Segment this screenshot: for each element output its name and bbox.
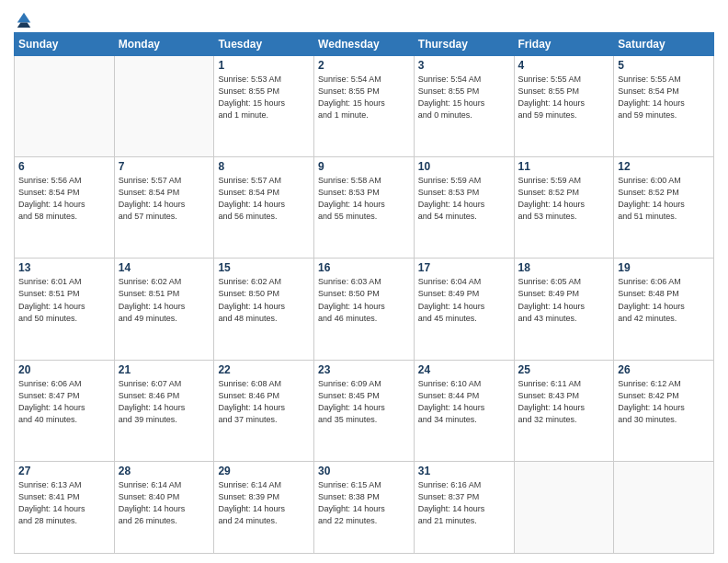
day-detail: Sunrise: 6:06 AM Sunset: 8:47 PM Dayligh… bbox=[18, 378, 110, 426]
calendar-cell: 27Sunrise: 6:13 AM Sunset: 8:41 PM Dayli… bbox=[15, 461, 115, 553]
day-number: 10 bbox=[418, 160, 510, 173]
day-detail: Sunrise: 6:07 AM Sunset: 8:46 PM Dayligh… bbox=[119, 378, 210, 426]
day-detail: Sunrise: 5:55 AM Sunset: 8:55 PM Dayligh… bbox=[518, 74, 610, 121]
day-detail: Sunrise: 5:57 AM Sunset: 8:54 PM Dayligh… bbox=[119, 175, 210, 223]
calendar-cell: 20Sunrise: 6:06 AM Sunset: 8:47 PM Dayli… bbox=[15, 360, 115, 461]
calendar-cell: 22Sunrise: 6:08 AM Sunset: 8:46 PM Dayli… bbox=[214, 360, 314, 461]
calendar-cell: 11Sunrise: 5:59 AM Sunset: 8:52 PM Dayli… bbox=[514, 157, 614, 259]
calendar-cell: 7Sunrise: 5:57 AM Sunset: 8:54 PM Daylig… bbox=[114, 157, 214, 259]
calendar-cell: 28Sunrise: 6:14 AM Sunset: 8:40 PM Dayli… bbox=[114, 461, 214, 553]
calendar-week-row: 13Sunrise: 6:01 AM Sunset: 8:51 PM Dayli… bbox=[15, 259, 714, 360]
day-header-thursday: Thursday bbox=[414, 33, 514, 56]
calendar-cell: 4Sunrise: 5:55 AM Sunset: 8:55 PM Daylig… bbox=[514, 56, 614, 157]
logo-text bbox=[14, 9, 32, 29]
day-detail: Sunrise: 6:09 AM Sunset: 8:45 PM Dayligh… bbox=[318, 378, 410, 426]
day-detail: Sunrise: 6:15 AM Sunset: 8:38 PM Dayligh… bbox=[318, 479, 410, 527]
day-number: 14 bbox=[119, 261, 210, 274]
calendar-cell bbox=[614, 461, 714, 553]
calendar-week-row: 27Sunrise: 6:13 AM Sunset: 8:41 PM Dayli… bbox=[15, 461, 714, 553]
day-detail: Sunrise: 6:13 AM Sunset: 8:41 PM Dayligh… bbox=[18, 479, 110, 527]
day-detail: Sunrise: 6:02 AM Sunset: 8:51 PM Dayligh… bbox=[119, 276, 210, 324]
day-number: 1 bbox=[218, 59, 310, 72]
day-detail: Sunrise: 5:53 AM Sunset: 8:55 PM Dayligh… bbox=[218, 74, 310, 121]
day-detail: Sunrise: 6:14 AM Sunset: 8:40 PM Dayligh… bbox=[119, 479, 210, 527]
logo-icon bbox=[16, 11, 32, 28]
day-detail: Sunrise: 5:58 AM Sunset: 8:53 PM Dayligh… bbox=[318, 175, 410, 223]
day-number: 26 bbox=[618, 363, 710, 376]
calendar-week-row: 1Sunrise: 5:53 AM Sunset: 8:55 PM Daylig… bbox=[15, 56, 714, 157]
logo bbox=[14, 9, 32, 25]
calendar-cell: 25Sunrise: 6:11 AM Sunset: 8:43 PM Dayli… bbox=[514, 360, 614, 461]
day-detail: Sunrise: 6:01 AM Sunset: 8:51 PM Dayligh… bbox=[18, 276, 110, 324]
calendar-header-row: SundayMondayTuesdayWednesdayThursdayFrid… bbox=[15, 33, 714, 56]
day-detail: Sunrise: 6:14 AM Sunset: 8:39 PM Dayligh… bbox=[218, 479, 310, 527]
day-header-sunday: Sunday bbox=[15, 33, 115, 56]
day-number: 13 bbox=[18, 261, 110, 274]
day-detail: Sunrise: 6:00 AM Sunset: 8:52 PM Dayligh… bbox=[618, 175, 710, 223]
day-number: 17 bbox=[418, 261, 510, 274]
day-number: 22 bbox=[218, 363, 310, 376]
calendar-cell: 26Sunrise: 6:12 AM Sunset: 8:42 PM Dayli… bbox=[614, 360, 714, 461]
day-number: 7 bbox=[119, 160, 210, 173]
calendar-cell: 23Sunrise: 6:09 AM Sunset: 8:45 PM Dayli… bbox=[314, 360, 415, 461]
calendar-cell: 8Sunrise: 5:57 AM Sunset: 8:54 PM Daylig… bbox=[214, 157, 314, 259]
day-number: 4 bbox=[518, 59, 610, 72]
day-header-monday: Monday bbox=[114, 33, 214, 56]
calendar-cell: 19Sunrise: 6:06 AM Sunset: 8:48 PM Dayli… bbox=[614, 259, 714, 360]
day-number: 20 bbox=[18, 363, 110, 376]
day-number: 18 bbox=[518, 261, 610, 274]
day-number: 30 bbox=[318, 465, 410, 477]
day-detail: Sunrise: 6:16 AM Sunset: 8:37 PM Dayligh… bbox=[418, 479, 510, 527]
calendar-cell: 15Sunrise: 6:02 AM Sunset: 8:50 PM Dayli… bbox=[214, 259, 314, 360]
calendar-cell: 3Sunrise: 5:54 AM Sunset: 8:55 PM Daylig… bbox=[414, 56, 514, 157]
calendar-cell: 5Sunrise: 5:55 AM Sunset: 8:54 PM Daylig… bbox=[614, 56, 714, 157]
day-detail: Sunrise: 5:54 AM Sunset: 8:55 PM Dayligh… bbox=[418, 74, 510, 121]
day-number: 9 bbox=[318, 160, 410, 173]
day-number: 16 bbox=[318, 261, 410, 274]
day-number: 5 bbox=[618, 59, 710, 72]
calendar-cell: 18Sunrise: 6:05 AM Sunset: 8:49 PM Dayli… bbox=[514, 259, 614, 360]
day-detail: Sunrise: 5:56 AM Sunset: 8:54 PM Dayligh… bbox=[18, 175, 110, 223]
day-number: 2 bbox=[318, 59, 410, 72]
calendar-cell: 29Sunrise: 6:14 AM Sunset: 8:39 PM Dayli… bbox=[214, 461, 314, 553]
calendar-cell: 16Sunrise: 6:03 AM Sunset: 8:50 PM Dayli… bbox=[314, 259, 415, 360]
day-number: 28 bbox=[119, 465, 210, 477]
calendar-cell bbox=[114, 56, 214, 157]
day-number: 24 bbox=[418, 363, 510, 376]
calendar-cell: 10Sunrise: 5:59 AM Sunset: 8:53 PM Dayli… bbox=[414, 157, 514, 259]
day-number: 27 bbox=[18, 465, 110, 477]
day-detail: Sunrise: 6:04 AM Sunset: 8:49 PM Dayligh… bbox=[418, 276, 510, 324]
day-number: 8 bbox=[218, 160, 310, 173]
day-detail: Sunrise: 6:06 AM Sunset: 8:48 PM Dayligh… bbox=[618, 276, 710, 324]
calendar-cell: 13Sunrise: 6:01 AM Sunset: 8:51 PM Dayli… bbox=[15, 259, 115, 360]
day-number: 12 bbox=[618, 160, 710, 173]
calendar-cell: 31Sunrise: 6:16 AM Sunset: 8:37 PM Dayli… bbox=[414, 461, 514, 553]
day-detail: Sunrise: 6:08 AM Sunset: 8:46 PM Dayligh… bbox=[218, 378, 310, 426]
day-number: 21 bbox=[119, 363, 210, 376]
day-number: 19 bbox=[618, 261, 710, 274]
calendar-cell: 17Sunrise: 6:04 AM Sunset: 8:49 PM Dayli… bbox=[414, 259, 514, 360]
calendar-cell: 2Sunrise: 5:54 AM Sunset: 8:55 PM Daylig… bbox=[314, 56, 415, 157]
day-number: 6 bbox=[18, 160, 110, 173]
header bbox=[14, 9, 714, 25]
calendar-cell: 30Sunrise: 6:15 AM Sunset: 8:38 PM Dayli… bbox=[314, 461, 415, 553]
page: SundayMondayTuesdayWednesdayThursdayFrid… bbox=[0, 0, 728, 563]
day-number: 3 bbox=[418, 59, 510, 72]
day-number: 23 bbox=[318, 363, 410, 376]
day-detail: Sunrise: 6:02 AM Sunset: 8:50 PM Dayligh… bbox=[218, 276, 310, 324]
day-detail: Sunrise: 5:55 AM Sunset: 8:54 PM Dayligh… bbox=[618, 74, 710, 121]
calendar-cell: 21Sunrise: 6:07 AM Sunset: 8:46 PM Dayli… bbox=[114, 360, 214, 461]
calendar-cell: 9Sunrise: 5:58 AM Sunset: 8:53 PM Daylig… bbox=[314, 157, 415, 259]
calendar-cell: 24Sunrise: 6:10 AM Sunset: 8:44 PM Dayli… bbox=[414, 360, 514, 461]
calendar-cell: 14Sunrise: 6:02 AM Sunset: 8:51 PM Dayli… bbox=[114, 259, 214, 360]
calendar-cell bbox=[15, 56, 115, 157]
day-number: 29 bbox=[218, 465, 310, 477]
day-detail: Sunrise: 6:03 AM Sunset: 8:50 PM Dayligh… bbox=[318, 276, 410, 324]
day-detail: Sunrise: 5:59 AM Sunset: 8:53 PM Dayligh… bbox=[418, 175, 510, 223]
calendar-cell bbox=[514, 461, 614, 553]
day-detail: Sunrise: 6:05 AM Sunset: 8:49 PM Dayligh… bbox=[518, 276, 610, 324]
calendar-cell: 1Sunrise: 5:53 AM Sunset: 8:55 PM Daylig… bbox=[214, 56, 314, 157]
calendar-cell: 6Sunrise: 5:56 AM Sunset: 8:54 PM Daylig… bbox=[15, 157, 115, 259]
day-number: 11 bbox=[518, 160, 610, 173]
calendar-table: SundayMondayTuesdayWednesdayThursdayFrid… bbox=[14, 32, 714, 554]
